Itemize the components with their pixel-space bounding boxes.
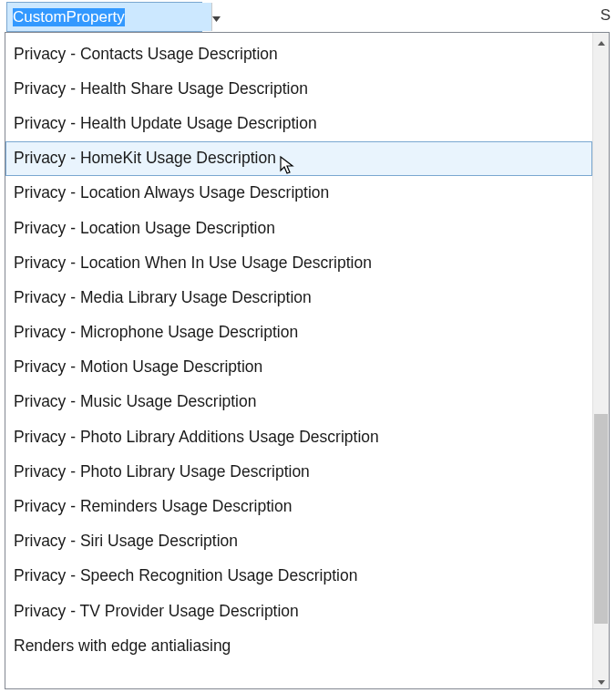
dropdown-item[interactable]: Privacy - HomeKit Usage Description	[5, 141, 592, 176]
dropdown-item-label: Renders with edge antialiasing	[14, 636, 231, 656]
dropdown-list: Privacy - Contacts Usage DescriptionPriv…	[5, 33, 592, 688]
dropdown-item-label: Privacy - TV Provider Usage Description	[14, 602, 299, 621]
dropdown-item[interactable]: Privacy - Microphone Usage Description	[5, 315, 592, 350]
dropdown-item-label: Privacy - Location When In Use Usage Des…	[14, 253, 372, 273]
dropdown-item-label: Privacy - Reminders Usage Description	[14, 497, 292, 516]
dropdown-item[interactable]: Renders with edge antialiasing	[5, 628, 592, 663]
header-char-right: S	[601, 6, 611, 25]
scrollbar-thumb[interactable]	[594, 414, 608, 624]
dropdown-item-label: Privacy - Speech Recognition Usage Descr…	[14, 566, 357, 585]
dropdown-item[interactable]: Privacy - Media Library Usage Descriptio…	[5, 280, 592, 315]
scrollbar-track[interactable]	[593, 49, 609, 672]
dropdown-item-label: Privacy - Motion Usage Description	[14, 357, 262, 377]
dropdown-item[interactable]: Privacy - Location Usage Description	[5, 211, 592, 245]
dropdown-item[interactable]: Privacy - Photo Library Additions Usage …	[5, 419, 592, 454]
dropdown-item-label: Privacy - Health Update Usage Descriptio…	[14, 114, 317, 133]
dropdown-item[interactable]: Privacy - Photo Library Usage Descriptio…	[5, 454, 592, 489]
dropdown-item-label: Privacy - Contacts Usage Description	[14, 45, 278, 64]
property-key-editor[interactable]	[6, 2, 202, 32]
dropdown-item[interactable]: Privacy - Location Always Usage Descript…	[5, 176, 592, 211]
property-key-input[interactable]	[7, 3, 211, 31]
scrollbar-down-button[interactable]	[593, 672, 609, 688]
dropdown-item-label: Privacy - Location Always Usage Descript…	[14, 183, 329, 202]
dropdown-item[interactable]: Privacy - Siri Usage Description	[5, 524, 592, 559]
scrollbar-up-button[interactable]	[593, 33, 609, 49]
dropdown-item[interactable]: Privacy - TV Provider Usage Description	[5, 594, 592, 628]
dropdown-item-label: Privacy - Music Usage Description	[14, 392, 256, 411]
chevron-up-icon	[598, 32, 605, 50]
dropdown-item[interactable]: Privacy - Location When In Use Usage Des…	[5, 245, 592, 280]
dropdown-item-label: Privacy - Photo Library Additions Usage …	[14, 428, 379, 447]
dropdown-item[interactable]: Privacy - Health Share Usage Description	[5, 71, 592, 106]
dropdown-item-label: Privacy - HomeKit Usage Description	[14, 149, 276, 168]
dropdown-item-label: Privacy - Siri Usage Description	[14, 532, 238, 551]
dropdown-item[interactable]: Privacy - Music Usage Description	[5, 385, 592, 419]
chevron-down-icon	[212, 8, 221, 26]
dropdown-item-label: Privacy - Microphone Usage Description	[14, 323, 298, 342]
dropdown-item[interactable]: Privacy - Health Update Usage Descriptio…	[5, 106, 592, 140]
dropdown-item[interactable]: Privacy - Motion Usage Description	[5, 350, 592, 385]
dropdown-item-label: Privacy - Health Share Usage Description	[14, 79, 308, 98]
property-key-dropdown: Privacy - Contacts Usage DescriptionPriv…	[5, 32, 610, 689]
dropdown-item-label: Privacy - Location Usage Description	[14, 219, 275, 238]
dropdown-item[interactable]: Privacy - Speech Recognition Usage Descr…	[5, 559, 592, 594]
chevron-down-icon	[598, 671, 605, 689]
dropdown-item-label: Privacy - Photo Library Usage Descriptio…	[14, 462, 310, 481]
dropdown-item[interactable]: Privacy - Reminders Usage Description	[5, 489, 592, 523]
dropdown-scrollbar[interactable]	[592, 33, 609, 688]
dropdown-item[interactable]: Privacy - Contacts Usage Description	[5, 36, 592, 71]
property-key-dropdown-button[interactable]	[211, 3, 221, 31]
dropdown-item-label: Privacy - Media Library Usage Descriptio…	[14, 288, 312, 307]
